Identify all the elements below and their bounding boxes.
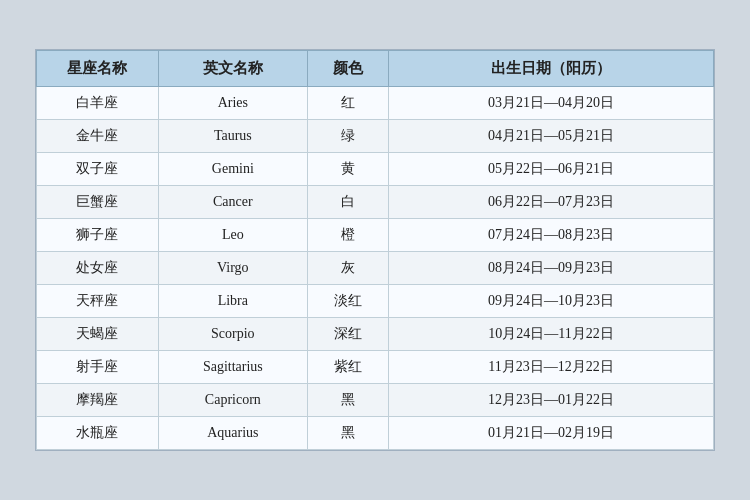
cell-color: 黑 (307, 384, 388, 417)
cell-date: 11月23日—12月22日 (389, 351, 714, 384)
cell-date: 01月21日—02月19日 (389, 417, 714, 450)
cell-date: 05月22日—06月21日 (389, 153, 714, 186)
header-english: 英文名称 (158, 51, 307, 87)
cell-english: Leo (158, 219, 307, 252)
cell-chinese: 摩羯座 (37, 384, 159, 417)
cell-chinese: 狮子座 (37, 219, 159, 252)
cell-color: 紫红 (307, 351, 388, 384)
cell-english: Libra (158, 285, 307, 318)
cell-color: 深红 (307, 318, 388, 351)
cell-color: 白 (307, 186, 388, 219)
cell-english: Taurus (158, 120, 307, 153)
cell-english: Virgo (158, 252, 307, 285)
table-row: 摩羯座Capricorn黑12月23日—01月22日 (37, 384, 714, 417)
cell-chinese: 天秤座 (37, 285, 159, 318)
cell-english: Sagittarius (158, 351, 307, 384)
table-row: 水瓶座Aquarius黑01月21日—02月19日 (37, 417, 714, 450)
cell-color: 橙 (307, 219, 388, 252)
cell-date: 03月21日—04月20日 (389, 87, 714, 120)
cell-color: 绿 (307, 120, 388, 153)
cell-date: 10月24日—11月22日 (389, 318, 714, 351)
cell-date: 07月24日—08月23日 (389, 219, 714, 252)
cell-chinese: 天蝎座 (37, 318, 159, 351)
cell-chinese: 射手座 (37, 351, 159, 384)
table-row: 狮子座Leo橙07月24日—08月23日 (37, 219, 714, 252)
zodiac-table-container: 星座名称 英文名称 颜色 出生日期（阳历） 白羊座Aries红03月21日—04… (35, 49, 715, 451)
table-row: 巨蟹座Cancer白06月22日—07月23日 (37, 186, 714, 219)
table-row: 天蝎座Scorpio深红10月24日—11月22日 (37, 318, 714, 351)
table-row: 天秤座Libra淡红09月24日—10月23日 (37, 285, 714, 318)
table-row: 金牛座Taurus绿04月21日—05月21日 (37, 120, 714, 153)
zodiac-table: 星座名称 英文名称 颜色 出生日期（阳历） 白羊座Aries红03月21日—04… (36, 50, 714, 450)
cell-color: 黑 (307, 417, 388, 450)
cell-english: Aries (158, 87, 307, 120)
cell-chinese: 金牛座 (37, 120, 159, 153)
cell-date: 08月24日—09月23日 (389, 252, 714, 285)
cell-english: Cancer (158, 186, 307, 219)
cell-english: Scorpio (158, 318, 307, 351)
cell-chinese: 水瓶座 (37, 417, 159, 450)
table-row: 白羊座Aries红03月21日—04月20日 (37, 87, 714, 120)
cell-english: Capricorn (158, 384, 307, 417)
cell-color: 淡红 (307, 285, 388, 318)
cell-date: 09月24日—10月23日 (389, 285, 714, 318)
cell-english: Aquarius (158, 417, 307, 450)
cell-date: 12月23日—01月22日 (389, 384, 714, 417)
cell-color: 灰 (307, 252, 388, 285)
table-header-row: 星座名称 英文名称 颜色 出生日期（阳历） (37, 51, 714, 87)
cell-color: 黄 (307, 153, 388, 186)
cell-chinese: 巨蟹座 (37, 186, 159, 219)
cell-chinese: 处女座 (37, 252, 159, 285)
table-row: 双子座Gemini黄05月22日—06月21日 (37, 153, 714, 186)
cell-chinese: 双子座 (37, 153, 159, 186)
cell-english: Gemini (158, 153, 307, 186)
cell-date: 04月21日—05月21日 (389, 120, 714, 153)
header-date: 出生日期（阳历） (389, 51, 714, 87)
cell-color: 红 (307, 87, 388, 120)
table-row: 射手座Sagittarius紫红11月23日—12月22日 (37, 351, 714, 384)
header-color: 颜色 (307, 51, 388, 87)
cell-date: 06月22日—07月23日 (389, 186, 714, 219)
table-row: 处女座Virgo灰08月24日—09月23日 (37, 252, 714, 285)
header-chinese: 星座名称 (37, 51, 159, 87)
cell-chinese: 白羊座 (37, 87, 159, 120)
